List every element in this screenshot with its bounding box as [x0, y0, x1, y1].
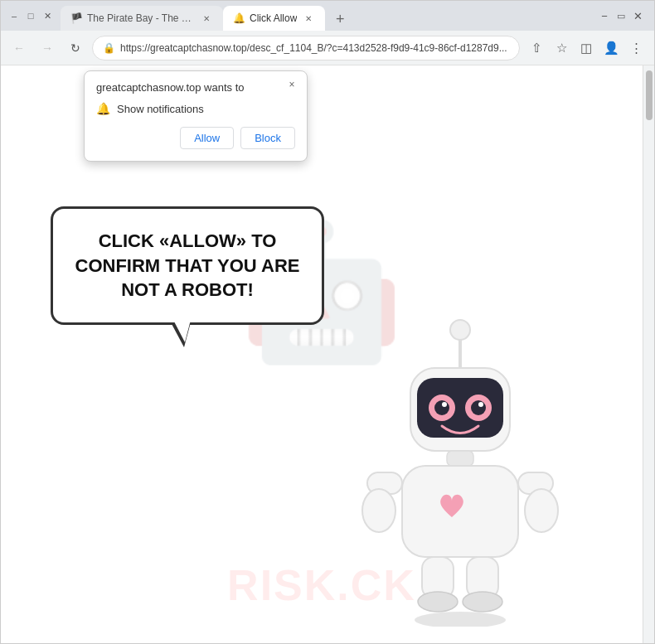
svg-point-1 [450, 320, 470, 340]
scrollbar-thumb[interactable] [646, 70, 653, 120]
speech-bubble: CLICK «ALLOW» TO CONFIRM THAT YOU ARE NO… [51, 206, 324, 325]
svg-point-20 [415, 612, 506, 627]
svg-rect-10 [447, 451, 473, 466]
share-icon[interactable]: ⇧ [525, 36, 548, 60]
menu-icon[interactable]: ⋮ [624, 36, 648, 60]
refresh-button[interactable]: ↻ [64, 36, 87, 60]
svg-point-7 [471, 400, 486, 415]
tabs-bar: 🏴 The Pirate Bay - The galaxy's mo... ✕ … [61, 1, 598, 31]
minimize-button[interactable]: – [7, 9, 21, 22]
tab-favicon-1: 🏴 [70, 12, 82, 24]
robot-illustration [344, 312, 576, 627]
close-button[interactable]: ✕ [41, 9, 54, 22]
robot-svg [344, 312, 576, 627]
new-tab-button[interactable]: + [328, 7, 352, 31]
svg-point-8 [442, 402, 447, 407]
notification-popup: × greatcaptchasnow.top wants to 🔔 Show n… [84, 70, 308, 162]
svg-point-13 [362, 489, 395, 532]
tab-title-1: The Pirate Bay - The galaxy's mo... [87, 12, 195, 24]
tab-favicon-2: 🔔 [233, 12, 245, 24]
tab-close-2[interactable]: ✕ [302, 12, 315, 25]
popup-permission-text: Show notifications [117, 103, 204, 115]
tab-close-1[interactable]: ✕ [200, 12, 213, 25]
tab-clickallow[interactable]: 🔔 Click Allow ✕ [223, 6, 325, 31]
browser-content-wrapper: 🤖 RISK.CK CLICK «ALLOW» TO CONFIRM THAT … [1, 65, 654, 643]
svg-rect-11 [402, 466, 518, 557]
win-close-icon[interactable]: ✕ [631, 9, 644, 22]
url-text: https://greatcaptchasnow.top/desc_cf_110… [120, 42, 509, 54]
win-minimize-icon[interactable]: − [598, 9, 611, 22]
maximize-button[interactable]: □ [24, 9, 37, 22]
svg-point-17 [418, 592, 458, 612]
block-button[interactable]: Block [240, 127, 295, 149]
tab-piratebay[interactable]: 🏴 The Pirate Bay - The galaxy's mo... ✕ [61, 6, 223, 31]
bookmark-icon[interactable]: ☆ [550, 36, 573, 60]
url-bar[interactable]: 🔒 https://greatcaptchasnow.top/desc_cf_1… [92, 36, 520, 61]
allow-button[interactable]: Allow [180, 127, 234, 149]
popup-site-text: greatcaptchasnow.top wants to [96, 81, 295, 94]
address-bar: ← → ↻ 🔒 https://greatcaptchasnow.top/des… [1, 31, 654, 65]
extension-icon[interactable]: ◫ [575, 36, 598, 60]
tab-title-2: Click Allow [250, 12, 297, 24]
popup-permission-row: 🔔 Show notifications [96, 102, 295, 115]
account-icon[interactable]: 👤 [599, 36, 623, 60]
back-button[interactable]: ← [7, 36, 31, 60]
window-controls: – □ ✕ [7, 9, 54, 22]
browser-window: – □ ✕ 🏴 The Pirate Bay - The galaxy's mo… [0, 0, 655, 644]
bubble-text: CLICK «ALLOW» TO CONFIRM THAT YOU ARE NO… [70, 229, 305, 303]
svg-point-15 [525, 489, 558, 532]
lock-icon: 🔒 [103, 42, 115, 54]
svg-point-19 [463, 592, 502, 612]
toolbar-icons: ⇧ ☆ ◫ 👤 ⋮ [525, 36, 648, 60]
svg-point-6 [434, 400, 449, 415]
forward-button[interactable]: → [36, 36, 59, 60]
page-content: 🤖 RISK.CK CLICK «ALLOW» TO CONFIRM THAT … [1, 65, 643, 643]
win-restore-icon[interactable]: ▭ [614, 9, 628, 22]
scrollbar[interactable] [643, 65, 654, 643]
title-bar: – □ ✕ 🏴 The Pirate Bay - The galaxy's mo… [1, 1, 654, 31]
popup-buttons: Allow Block [96, 127, 295, 149]
popup-close-button[interactable]: × [284, 76, 300, 93]
svg-point-9 [478, 402, 483, 407]
bell-icon: 🔔 [96, 102, 110, 115]
